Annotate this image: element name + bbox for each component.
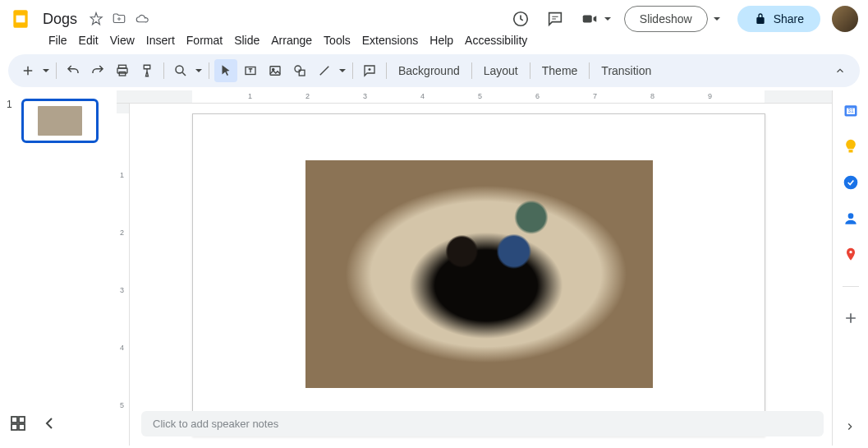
slideshow-dropdown[interactable] bbox=[708, 4, 726, 34]
slide-thumbnail-1[interactable] bbox=[21, 99, 99, 143]
line-button[interactable] bbox=[313, 59, 336, 82]
svg-rect-3 bbox=[583, 15, 592, 22]
svg-rect-1 bbox=[16, 16, 25, 23]
menu-tools[interactable]: Tools bbox=[318, 32, 356, 48]
maps-icon[interactable] bbox=[843, 247, 859, 263]
svg-rect-23 bbox=[19, 424, 25, 430]
zoom-dropdown[interactable] bbox=[194, 67, 204, 74]
slideshow-button[interactable]: Slideshow bbox=[624, 6, 708, 32]
account-avatar[interactable] bbox=[832, 6, 858, 32]
undo-button[interactable] bbox=[62, 59, 85, 82]
history-icon[interactable] bbox=[509, 7, 532, 30]
ruler-tick: 2 bbox=[120, 229, 124, 237]
new-slide-button[interactable] bbox=[16, 59, 39, 82]
text-box-button[interactable] bbox=[239, 59, 262, 82]
ruler-tick: 4 bbox=[420, 92, 425, 100]
add-on-icon[interactable] bbox=[843, 310, 859, 326]
video-call-dropdown[interactable] bbox=[603, 16, 613, 22]
redo-button[interactable] bbox=[86, 59, 109, 82]
star-icon[interactable] bbox=[87, 10, 105, 28]
menu-help[interactable]: Help bbox=[424, 32, 459, 48]
image-button[interactable] bbox=[264, 59, 287, 82]
svg-point-19 bbox=[849, 251, 852, 253]
ruler-tick: 1 bbox=[248, 92, 252, 100]
background-button[interactable]: Background bbox=[392, 61, 466, 81]
vertical-ruler[interactable]: 1 2 3 4 5 bbox=[117, 104, 130, 446]
share-button[interactable]: Share bbox=[737, 6, 820, 32]
calendar-icon[interactable]: 31 bbox=[843, 102, 859, 118]
collapse-toolbar-button[interactable] bbox=[829, 59, 852, 82]
ruler-tick: 8 bbox=[650, 92, 654, 100]
ruler-tick: 5 bbox=[478, 92, 482, 100]
transition-button[interactable]: Transition bbox=[595, 61, 658, 81]
ruler-tick: 4 bbox=[120, 344, 124, 352]
select-tool[interactable] bbox=[214, 59, 237, 82]
menu-arrange[interactable]: Arrange bbox=[265, 32, 318, 48]
separator bbox=[352, 62, 353, 79]
video-call-icon[interactable] bbox=[578, 7, 601, 30]
separator bbox=[56, 62, 57, 79]
svg-text:31: 31 bbox=[847, 108, 854, 113]
slide-image-dog[interactable] bbox=[305, 160, 653, 388]
menu-view[interactable]: View bbox=[104, 32, 140, 48]
separator bbox=[163, 62, 164, 79]
separator bbox=[471, 62, 472, 79]
separator bbox=[386, 62, 387, 79]
filmstrip[interactable]: 1 bbox=[0, 90, 117, 446]
separator bbox=[843, 286, 859, 287]
speaker-notes-input[interactable]: Click to add speaker notes bbox=[141, 411, 824, 436]
menu-accessibility[interactable]: Accessibility bbox=[459, 32, 533, 48]
slides-logo[interactable] bbox=[10, 8, 31, 30]
menu-format[interactable]: Format bbox=[181, 32, 228, 48]
menu-insert[interactable]: Insert bbox=[140, 32, 181, 48]
toolbar: Background Layout Theme Transition bbox=[8, 54, 860, 87]
paint-format-button[interactable] bbox=[135, 59, 158, 82]
comments-icon[interactable] bbox=[544, 7, 567, 30]
menu-slide[interactable]: Slide bbox=[228, 32, 265, 48]
contacts-icon[interactable] bbox=[843, 210, 859, 227]
svg-point-11 bbox=[295, 66, 301, 72]
document-title[interactable]: Dogs bbox=[38, 10, 82, 29]
menu-extensions[interactable]: Extensions bbox=[356, 32, 424, 48]
tasks-icon[interactable] bbox=[843, 174, 859, 191]
svg-rect-22 bbox=[11, 424, 17, 430]
ruler-tick: 6 bbox=[535, 92, 540, 100]
move-icon[interactable] bbox=[110, 10, 128, 28]
separator bbox=[530, 62, 530, 79]
canvas-area[interactable]: 1 2 3 4 5 6 7 8 9 1 2 3 4 5 bbox=[117, 90, 832, 446]
shape-button[interactable] bbox=[288, 59, 311, 82]
svg-rect-16 bbox=[848, 150, 852, 152]
svg-point-7 bbox=[176, 66, 183, 73]
comment-button[interactable] bbox=[358, 59, 381, 82]
svg-point-17 bbox=[843, 176, 857, 190]
menu-file[interactable]: File bbox=[43, 32, 73, 48]
separator bbox=[589, 62, 590, 79]
svg-rect-9 bbox=[270, 67, 280, 76]
lock-icon bbox=[754, 12, 767, 25]
grid-view-button[interactable] bbox=[8, 413, 28, 433]
line-dropdown[interactable] bbox=[338, 67, 347, 74]
layout-button[interactable]: Layout bbox=[477, 61, 525, 81]
menu-edit[interactable]: Edit bbox=[73, 32, 104, 48]
share-label: Share bbox=[774, 12, 804, 25]
ruler-tick: 2 bbox=[305, 92, 310, 100]
prev-slide-button[interactable] bbox=[39, 413, 59, 433]
keep-icon[interactable] bbox=[843, 138, 859, 155]
ruler-tick: 9 bbox=[708, 92, 712, 100]
svg-rect-20 bbox=[11, 417, 17, 423]
horizontal-ruler[interactable]: 1 2 3 4 5 6 7 8 9 bbox=[117, 90, 832, 104]
zoom-button[interactable] bbox=[169, 59, 192, 82]
theme-button[interactable]: Theme bbox=[535, 61, 585, 81]
print-button[interactable] bbox=[111, 59, 134, 82]
new-slide-dropdown[interactable] bbox=[41, 67, 51, 74]
ruler-tick: 3 bbox=[120, 286, 124, 294]
menu-bar: File Edit View Insert Format Slide Arran… bbox=[0, 33, 868, 51]
expand-side-panel-button[interactable] bbox=[840, 417, 860, 436]
cloud-status-icon[interactable] bbox=[133, 10, 151, 28]
thumbnail-image bbox=[38, 106, 82, 136]
slide-canvas[interactable] bbox=[192, 113, 765, 436]
side-panel: 31 bbox=[832, 90, 868, 446]
slide-number: 1 bbox=[7, 99, 16, 143]
svg-point-18 bbox=[847, 213, 853, 219]
ruler-tick: 3 bbox=[363, 92, 367, 100]
